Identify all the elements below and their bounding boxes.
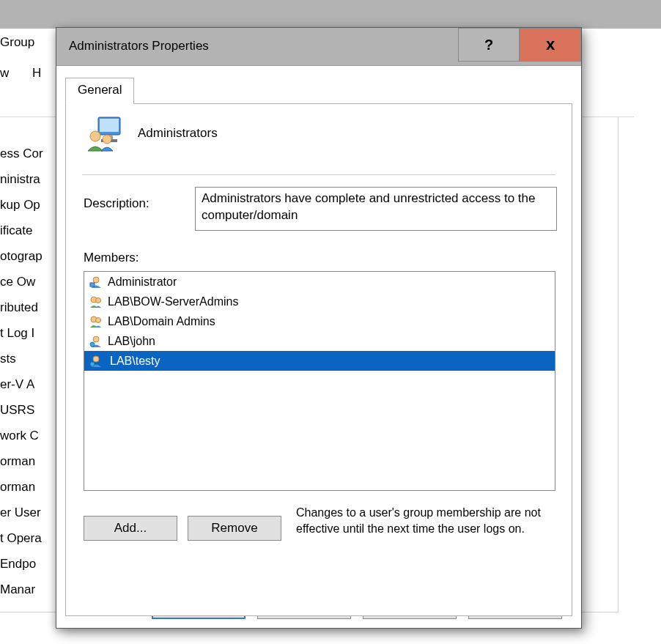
bg-group-item-fragment[interactable]: kup Op	[0, 198, 40, 212]
bg-group-item-fragment[interactable]: t Log I	[0, 326, 34, 341]
group-icon	[85, 114, 123, 152]
svg-rect-1	[100, 119, 119, 132]
background-titlebar-band	[0, 0, 661, 29]
user-local-icon	[89, 275, 103, 289]
bg-group-item-fragment[interactable]: Endpo	[0, 557, 36, 571]
group-name-label: Administrators	[138, 126, 218, 141]
svg-point-14	[93, 356, 99, 362]
close-icon: x	[546, 35, 555, 54]
member-row[interactable]: Administrator	[84, 272, 555, 292]
bg-menu-view-fragment[interactable]: w	[0, 66, 9, 81]
member-name: LAB\Domain Admins	[108, 315, 215, 328]
dialog-title: Administrators Properties	[69, 39, 209, 53]
member-row[interactable]: LAB\Domain Admins	[84, 311, 555, 331]
description-label: Description:	[84, 196, 149, 211]
svg-point-13	[90, 342, 95, 347]
tab-panel-general: Administrators Description: Members: Adm…	[65, 103, 572, 616]
bg-window-title-fragment: Group	[0, 35, 34, 50]
members-listbox[interactable]: AdministratorLAB\BOW-ServerAdminsLAB\Dom…	[84, 271, 555, 491]
user-domain-icon	[89, 354, 103, 369]
bg-group-item-fragment[interactable]: work C	[0, 429, 39, 443]
bg-group-item-fragment[interactable]: ributed	[0, 300, 38, 315]
bg-group-item-fragment[interactable]: ninistra	[0, 172, 40, 187]
member-row[interactable]: LAB\testy	[84, 351, 555, 371]
svg-point-9	[96, 297, 101, 303]
member-name: LAB\BOW-ServerAdmins	[108, 295, 238, 308]
svg-point-15	[90, 362, 95, 366]
svg-point-5	[103, 135, 111, 144]
user-domain-icon	[89, 334, 103, 349]
remove-button[interactable]: Remove	[188, 516, 281, 541]
bg-group-item-fragment[interactable]: orman	[0, 480, 35, 495]
bg-group-item-fragment[interactable]: Manar	[0, 582, 35, 597]
svg-point-12	[93, 336, 99, 342]
bg-group-item-fragment[interactable]: t Opera	[0, 531, 42, 546]
bg-menu-help-fragment[interactable]: H	[32, 66, 41, 81]
bg-group-item-fragment[interactable]: USRS	[0, 403, 34, 418]
svg-point-4	[90, 131, 100, 141]
bg-group-item-fragment[interactable]: er-V A	[0, 377, 34, 392]
member-name: LAB\testy	[108, 354, 162, 369]
member-name: LAB\john	[108, 335, 155, 348]
bg-group-item-fragment[interactable]: er User	[0, 506, 41, 520]
members-label: Members:	[84, 251, 139, 265]
description-field[interactable]	[195, 187, 557, 231]
bg-group-item-fragment[interactable]: ce Ow	[0, 275, 35, 289]
bg-group-item-fragment[interactable]: orman	[0, 454, 35, 469]
question-icon: ?	[484, 37, 493, 53]
svg-point-6	[93, 277, 99, 283]
separator	[82, 174, 555, 175]
add-button[interactable]: Add...	[84, 516, 177, 541]
bg-group-item-fragment[interactable]: ificate	[0, 223, 32, 238]
titlebar-help-button[interactable]: ?	[458, 28, 520, 62]
bg-group-item-fragment[interactable]: ess Cor	[0, 147, 43, 161]
bg-right-border	[618, 117, 618, 612]
titlebar-close-button[interactable]: x	[520, 28, 581, 62]
member-row[interactable]: LAB\john	[84, 331, 555, 351]
group-icon	[89, 295, 103, 309]
member-name: Administrator	[108, 275, 177, 289]
bg-group-item-fragment[interactable]: sts	[0, 352, 16, 366]
bg-group-item-fragment[interactable]: otograp	[0, 249, 43, 264]
dialog-body: General Administrators Description: Me	[56, 66, 581, 628]
group-icon	[89, 314, 103, 329]
properties-dialog: Administrators Properties ? x General A	[56, 27, 582, 629]
svg-point-11	[96, 317, 101, 322]
svg-rect-7	[90, 283, 95, 286]
dialog-titlebar[interactable]: Administrators Properties ? x	[56, 28, 581, 66]
member-row[interactable]: LAB\BOW-ServerAdmins	[84, 292, 555, 311]
membership-note: Changes to a user's group membership are…	[296, 505, 560, 536]
tab-general[interactable]: General	[65, 78, 134, 104]
